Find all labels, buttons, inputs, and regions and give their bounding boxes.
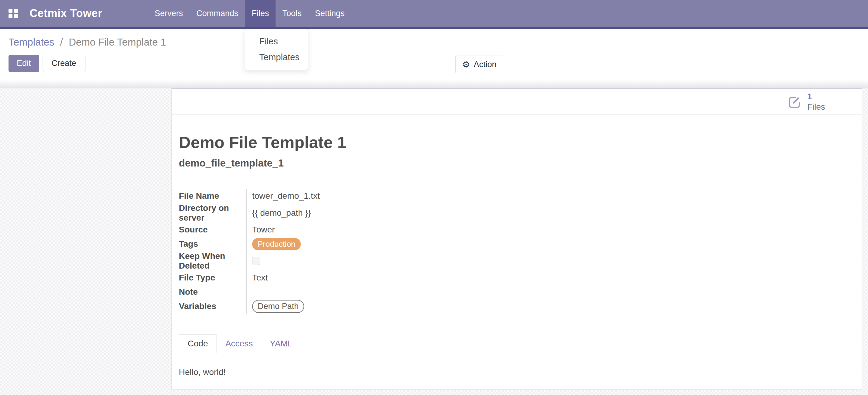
create-button[interactable]: Create (42, 55, 86, 72)
field-label-file-name: File Name (179, 189, 246, 203)
control-panel: Templates / Demo File Template 1 Edit Cr… (0, 29, 868, 80)
nav-item-tools[interactable]: Tools (276, 0, 308, 27)
files-dropdown-menu: Files Templates (245, 29, 308, 70)
stat-text: 1 Files (807, 92, 825, 112)
dropdown-item-files[interactable]: Files (245, 33, 308, 49)
action-button[interactable]: ⚙ Action (455, 56, 503, 73)
keep-when-deleted-checkbox[interactable] (252, 257, 260, 265)
record-title: Demo File Template 1 (179, 134, 850, 151)
nav-item-servers[interactable]: Servers (148, 0, 189, 27)
nav-menu: Servers Commands Files Files Templates T… (148, 0, 351, 27)
nav-item-files[interactable]: Files Files Templates (245, 0, 276, 27)
form-sheet: 1 Files Demo File Template 1 demo_file_t… (172, 89, 862, 390)
tab-code[interactable]: Code (179, 334, 217, 353)
field-value-variables: Demo Path (246, 299, 850, 314)
field-label-variables: Variables (179, 299, 246, 314)
dropdown-item-templates[interactable]: Templates (245, 49, 308, 65)
code-tab-content: Hello, world! (179, 367, 850, 377)
content-area: 1 Files Demo File Template 1 demo_file_t… (0, 80, 868, 395)
nav-item-commands[interactable]: Commands (189, 0, 245, 27)
field-label-keep-when-deleted: Keep When Deleted (179, 251, 246, 271)
variable-pill-demo-path[interactable]: Demo Path (252, 300, 304, 313)
field-value-directory: {{ demo_path }} (246, 203, 850, 223)
action-button-label: Action (473, 60, 496, 69)
field-label-source: Source (179, 223, 246, 237)
nav-item-files-label: Files (251, 9, 269, 18)
apps-grid-square (8, 9, 12, 13)
field-value-keep-when-deleted (246, 251, 850, 271)
app-window: Cetmix Tower Servers Commands Files File… (0, 0, 868, 395)
edit-square-icon (787, 95, 802, 109)
control-panel-buttons: Edit Create (8, 55, 868, 72)
field-group: File Name tower_demo_1.txt Directory on … (179, 189, 850, 314)
breadcrumb-separator: / (57, 36, 66, 48)
breadcrumb-current: Demo File Template 1 (69, 36, 166, 48)
tag-badge-production[interactable]: Production (252, 238, 301, 251)
brand-title[interactable]: Cetmix Tower (30, 7, 102, 20)
gear-icon: ⚙ (462, 60, 470, 69)
apps-grid-square (14, 14, 18, 18)
tab-yaml[interactable]: YAML (261, 334, 301, 353)
field-value-source: Tower (246, 223, 850, 237)
breadcrumb-templates-link[interactable]: Templates (8, 36, 54, 48)
button-box: 1 Files (172, 89, 862, 115)
sheet-body: Demo File Template 1 demo_file_template_… (172, 115, 862, 377)
tab-access[interactable]: Access (217, 334, 261, 353)
apps-grid-icon[interactable] (8, 9, 18, 18)
stat-label: Files (807, 102, 825, 112)
nav-item-settings[interactable]: Settings (308, 0, 351, 27)
field-label-tags: Tags (179, 237, 246, 251)
content-top-shadow (0, 80, 868, 89)
breadcrumb: Templates / Demo File Template 1 (8, 36, 868, 48)
field-label-directory: Directory on server (179, 203, 246, 223)
field-value-tags: Production (246, 237, 850, 251)
stat-count: 1 (807, 92, 825, 102)
field-value-note (246, 285, 850, 299)
field-label-note: Note (179, 285, 246, 299)
field-value-file-type: Text (246, 271, 850, 285)
edit-button[interactable]: Edit (8, 55, 39, 72)
notebook-tabs: Code Access YAML (179, 334, 850, 353)
files-stat-button[interactable]: 1 Files (778, 89, 862, 114)
field-value-file-name: tower_demo_1.txt (246, 189, 850, 203)
apps-grid-square (8, 14, 12, 18)
top-navbar: Cetmix Tower Servers Commands Files File… (0, 0, 868, 29)
record-reference: demo_file_template_1 (179, 157, 850, 169)
apps-grid-square (14, 9, 18, 13)
field-label-file-type: File Type (179, 271, 246, 285)
